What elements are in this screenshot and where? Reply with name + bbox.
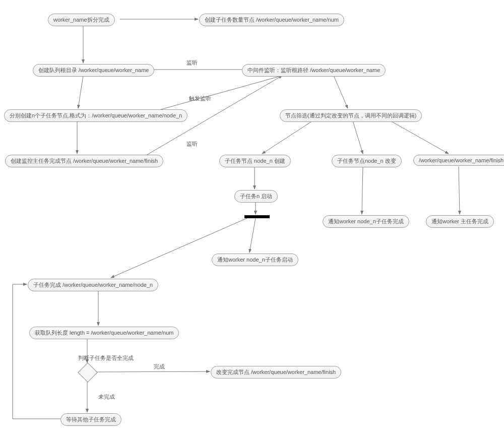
svg-line-8	[262, 121, 312, 154]
node-label: 子任务节点node_n 改变	[337, 158, 396, 164]
node-create-queue-root: 创建队列根目录 /worker/queue/worker_name	[33, 64, 154, 77]
node-label: 创建监控主任务完成节点 /worker/queue/worker_name/fi…	[11, 158, 158, 164]
node-subtask-created: 子任务节点 node_n 创建	[219, 155, 291, 167]
node-label: 通知worker node_n子任务完成	[328, 218, 404, 224]
node-create-num: 创建子任务数量节点 /worker/queue/worker_name/num	[199, 14, 344, 26]
node-label: 通知worker node_n子任务启动	[217, 257, 293, 263]
node-label: 等待其他子任务完成	[66, 416, 116, 422]
svg-line-15	[362, 166, 363, 214]
node-label: 中间件监听：监听根路径 /worker/queue/worker_name	[247, 67, 380, 73]
node-label: 获取队列长度 length = /worker/queue/worker_nam…	[35, 330, 173, 336]
svg-line-10	[391, 121, 449, 154]
svg-line-14	[111, 218, 247, 278]
svg-line-5	[159, 76, 282, 110]
svg-line-9	[353, 121, 363, 154]
node-label: 创建队列根目录 /worker/queue/worker_name	[38, 67, 149, 73]
node-split-done: worker_name拆分完成	[48, 14, 115, 26]
edge-label-listen-2: 监听	[186, 140, 198, 148]
svg-line-19	[96, 371, 210, 372]
node-notify-main-done: 通知worker 主任务完成	[426, 215, 494, 228]
node-create-subtask-nodes: 分别创建n个子任务节点,格式为：/worker/queue/worker_nam…	[4, 109, 187, 122]
edge-label-done: 完成	[154, 363, 165, 370]
svg-line-16	[459, 166, 460, 214]
node-label: 通知worker 主任务完成	[431, 218, 488, 224]
node-label: /worker/queue/worker_name/finish	[419, 157, 503, 163]
node-label: worker_name拆分完成	[53, 17, 109, 23]
node-wait-others: 等待其他子任务完成	[60, 413, 121, 426]
node-label: 节点筛选(通过判定改变的节点，调用不同的回调逻辑)	[285, 112, 416, 118]
node-label: 子任务节点 node_n 创建	[225, 158, 285, 164]
node-change-finish: 改变完成节点 /worker/queue/worker_name/finish	[211, 366, 341, 379]
edge-label-trigger: 触发监听	[189, 95, 211, 102]
svg-line-13	[249, 218, 256, 253]
node-notify-subtask-done: 通知worker node_n子任务完成	[323, 215, 409, 228]
node-finish-path: /worker/queue/worker_name/finish	[413, 155, 504, 166]
node-middleware-listen: 中间件监听：监听根路径 /worker/queue/worker_name	[242, 64, 386, 77]
node-subtask-changed: 子任务节点node_n 改变	[332, 155, 402, 167]
svg-line-6	[334, 76, 348, 108]
node-label: 子任务完成 /worker/queue/worker_name/node_n	[33, 282, 153, 288]
node-subtask-done: 子任务完成 /worker/queue/worker_name/node_n	[28, 279, 158, 291]
node-subtask-start: 子任务n 启动	[234, 190, 278, 203]
sync-bar	[244, 215, 270, 218]
node-get-queue-length: 获取队列长度 length = /worker/queue/worker_nam…	[29, 327, 179, 339]
node-filter: 节点筛选(通过判定改变的节点，调用不同的回调逻辑)	[280, 109, 422, 122]
node-label: 创建子任务数量节点 /worker/queue/worker_name/num	[205, 17, 339, 23]
node-notify-subtask-start: 通知worker node_n子任务启动	[212, 254, 298, 266]
decision-all-done	[78, 362, 98, 383]
edge-label-check-done: 判断子任务是否全完成	[78, 354, 134, 362]
node-label: 改变完成节点 /worker/queue/worker_name/finish	[216, 369, 336, 375]
svg-line-2	[78, 76, 83, 108]
node-label: 子任务n 启动	[240, 193, 272, 199]
edge-label-listen-1: 监听	[186, 59, 198, 67]
node-create-finish-monitor: 创建监控主任务完成节点 /worker/queue/worker_name/fi…	[5, 155, 163, 167]
node-label: 分别创建n个子任务节点,格式为：/worker/queue/worker_nam…	[10, 112, 182, 118]
edge-label-not-done: 未完成	[98, 393, 115, 401]
